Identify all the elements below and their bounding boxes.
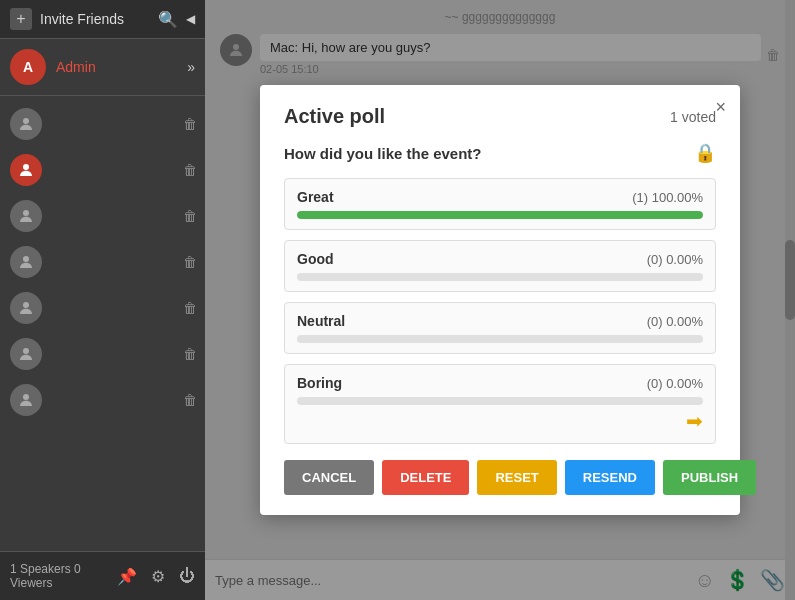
poll-option-header: Neutral (0) 0.00% [297,313,703,329]
poll-option-neutral[interactable]: Neutral (0) 0.00% [284,302,716,354]
delete-user-icon[interactable]: 🗑 [183,254,197,270]
avatar [10,338,42,370]
svg-point-4 [23,302,29,308]
resend-button[interactable]: RESEND [565,460,655,495]
avatar [10,384,42,416]
admin-avatar: A [10,49,46,85]
poll-question: How did you like the event? [284,145,482,162]
modal-voted: 1 voted [670,109,716,125]
sidebar: + Invite Friends 🔍 ◀ A Admin » 🗑 🗑 [0,0,205,600]
poll-option-header: Boring (0) 0.00% [297,375,703,391]
list-item[interactable]: 🗑 [0,193,205,239]
publish-button[interactable]: PUBLISH [663,460,756,495]
power-icon[interactable]: ⏻ [179,567,195,586]
cancel-button[interactable]: CANCEL [284,460,374,495]
poll-option-label: Boring [297,375,342,391]
pin-icon[interactable]: 📌 [117,567,137,586]
avatar [10,246,42,278]
reset-button[interactable]: RESET [477,460,556,495]
svg-point-5 [23,348,29,354]
svg-point-2 [23,210,29,216]
list-item[interactable]: 🗑 [0,331,205,377]
search-icon[interactable]: 🔍 [158,10,178,29]
admin-expand-icon[interactable]: » [187,59,195,75]
svg-point-6 [23,394,29,400]
svg-point-1 [23,164,29,170]
admin-row[interactable]: A Admin » [0,39,205,96]
admin-name: Admin [56,59,187,75]
delete-user-icon[interactable]: 🗑 [183,346,197,362]
settings-icon[interactable]: ⚙ [151,567,165,586]
poll-option-header: Good (0) 0.00% [297,251,703,267]
poll-option-label: Neutral [297,313,345,329]
footer-icons: 📌 ⚙ ⏻ [117,567,195,586]
list-item[interactable]: 🗑 [0,101,205,147]
avatar [10,292,42,324]
svg-point-0 [23,118,29,124]
poll-bar-track [297,397,703,405]
sidebar-users-list: 🗑 🗑 🗑 🗑 [0,96,205,551]
arrow-right-icon: ➡ [686,409,703,433]
poll-option-great[interactable]: Great (1) 100.00% [284,178,716,230]
poll-bar-fill [297,211,703,219]
delete-user-icon[interactable]: 🗑 [183,162,197,178]
arrow-indicator: ➡ [297,409,703,433]
list-item[interactable]: 🗑 [0,285,205,331]
poll-option-label: Great [297,189,334,205]
svg-point-3 [23,256,29,262]
poll-bar-track [297,273,703,281]
avatar [10,200,42,232]
modal-header: Active poll 1 voted [284,105,716,128]
modal-overlay: × Active poll 1 voted How did you like t… [205,0,795,600]
delete-button[interactable]: DELETE [382,460,469,495]
sidebar-header: + Invite Friends 🔍 ◀ [0,0,205,39]
modal-title: Active poll [284,105,385,128]
poll-option-count: (0) 0.00% [647,252,703,267]
poll-option-good[interactable]: Good (0) 0.00% [284,240,716,292]
sidebar-footer: 1 Speakers 0 Viewers 📌 ⚙ ⏻ [0,551,205,600]
delete-user-icon[interactable]: 🗑 [183,116,197,132]
active-poll-modal: × Active poll 1 voted How did you like t… [260,85,740,515]
poll-option-count: (0) 0.00% [647,376,703,391]
sidebar-title: Invite Friends [40,11,158,27]
poll-option-boring[interactable]: Boring (0) 0.00% ➡ [284,364,716,444]
list-item[interactable]: 🗑 [0,239,205,285]
delete-user-icon[interactable]: 🗑 [183,208,197,224]
poll-bar-track [297,335,703,343]
modal-close-button[interactable]: × [715,97,726,118]
list-item[interactable]: 🗑 [0,377,205,423]
poll-option-header: Great (1) 100.00% [297,189,703,205]
poll-option-count: (1) 100.00% [632,190,703,205]
collapse-icon[interactable]: ◀ [186,12,195,26]
speakers-viewers-info: 1 Speakers 0 Viewers [10,562,117,590]
modal-buttons: CANCEL DELETE RESET RESEND PUBLISH [284,460,716,495]
poll-question-row: How did you like the event? 🔒 [284,142,716,164]
app-container: + Invite Friends 🔍 ◀ A Admin » 🗑 🗑 [0,0,795,600]
poll-option-label: Good [297,251,334,267]
main-chat-area: ~~ gggggggggggggg Mac: Hi, how are you g… [205,0,795,600]
lock-icon: 🔒 [694,142,716,164]
delete-user-icon[interactable]: 🗑 [183,300,197,316]
list-item[interactable]: 🗑 [0,147,205,193]
avatar [10,108,42,140]
delete-user-icon[interactable]: 🗑 [183,392,197,408]
add-room-icon[interactable]: + [10,8,32,30]
avatar [10,154,42,186]
poll-bar-track [297,211,703,219]
poll-option-count: (0) 0.00% [647,314,703,329]
